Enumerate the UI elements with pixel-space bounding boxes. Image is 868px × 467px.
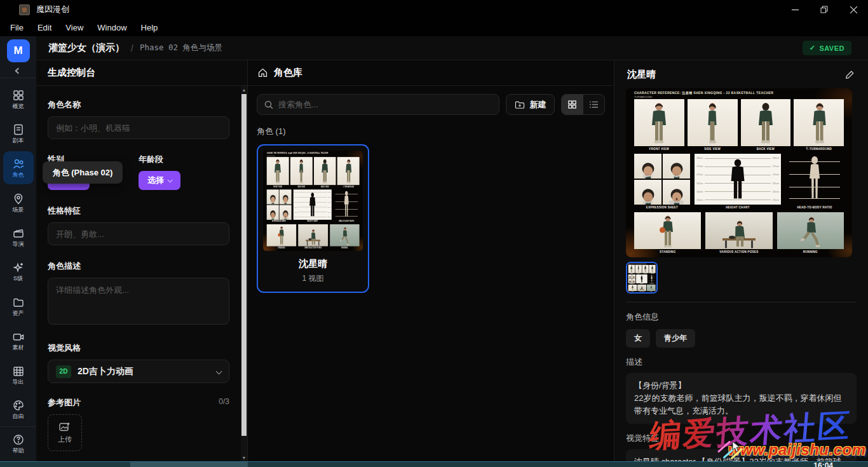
minimize-button[interactable] [780,0,810,19]
character-detail-panel: 沈星晴 CHARACTER REFERENCE: 沈星晴 SHEN XINGQI… [614,60,868,461]
character-name-input[interactable] [48,116,229,139]
phase-tooltip: 角色 (Phase 02) [43,161,123,184]
sidebar-item-help[interactable]: 帮助 [3,427,34,460]
generation-console-panel: 生成控制台 角色名称 性别 年龄段 选择 角色 (Phase 02) 性格特征 … [36,60,248,461]
breadcrumb-separator: / [131,43,133,53]
reference-label: 参考图片 0/3 [48,397,229,409]
sidebar-item-director[interactable]: 导演 [3,220,34,254]
sidebar-collapse-button[interactable] [16,67,20,76]
sheet-standing-pose: STANDING [634,212,701,254]
dashboard-icon [12,89,25,102]
sheet-side-view: SIDE VIEW [290,157,313,187]
sheet-subheader: TURNAROUND [634,95,652,98]
taskbar-app-segment[interactable] [130,462,248,467]
edit-button[interactable] [844,69,855,80]
scrollbar-thumb[interactable] [241,94,247,436]
description-label: 角色描述 [48,261,229,272]
sidebar-item-s-grade[interactable]: S级 [3,255,34,288]
height-silhouette [726,158,750,202]
sheet-header: CHARACTER REFERENCE: 沈星晴 SHEN XINGQING -… [267,152,329,154]
sheet-height-chart: 180cm180cm 175cm175cm 170cm170cm 165cm16… [294,189,332,222]
view-toggle [561,94,605,115]
standing-figure [631,285,634,291]
grid-view-icon [567,100,577,109]
style-2d-badge: 2D [56,365,71,378]
scroll-up-arrow-icon[interactable]: ▲ [241,86,247,93]
style-select[interactable]: 2D 2D吉卜力动画 [48,360,229,383]
menu-bar: File Edit View Window Help [0,19,868,36]
body-ratio-figure [342,191,351,219]
breadcrumb-phase[interactable]: Phase 02 角色与场景 [140,43,222,53]
menu-view[interactable]: View [58,23,90,32]
sidebar-item-scene[interactable]: 场景 [3,186,34,219]
sheet-action-pose: VARIOUS ACTION POSES [705,212,772,254]
chevron-down-icon [167,177,172,182]
menu-window[interactable]: Window [90,23,133,32]
palette-icon [12,399,25,412]
visual-label: 视觉特征 [626,433,857,444]
sidebar-item-assets[interactable]: 资产 [3,289,34,322]
sheet-header: CHARACTER REFERENCE: 沈星晴 SHEN XINGQING -… [628,264,646,264]
turnaround-figure [806,102,832,146]
side-view-figure [637,266,640,273]
sidebar-item-character[interactable]: 角色 [3,151,34,184]
upload-dropzone[interactable]: 上传 [48,414,82,451]
restore-button[interactable] [810,0,839,19]
reference-sheet-image[interactable]: CHARACTER REFERENCE: 沈星晴 SHEN XINGQING -… [626,88,852,257]
menu-help[interactable]: Help [134,23,165,32]
front-view-figure [272,158,283,185]
app-logo[interactable]: M [7,39,30,62]
scroll-down-arrow-icon[interactable]: ▼ [241,454,247,461]
close-button[interactable] [839,0,868,19]
search-input[interactable] [278,100,492,109]
sheet-body-ratio: HEAD-TO-BODY RATIO [648,274,656,284]
chevron-left-icon [15,68,22,74]
title-bar: 魔因漫创 [0,0,868,19]
folder-plus-icon [515,100,525,109]
film-icon [12,365,25,377]
sidebar-item-overview[interactable]: 概览 [3,82,34,115]
sidebar-item-material[interactable]: 素材 [3,324,34,357]
taskbar[interactable]: 16:04 [0,462,868,467]
description-textarea[interactable] [48,278,229,325]
age-select-button[interactable]: 选择 [139,171,180,190]
new-character-button[interactable]: 新建 [506,94,555,115]
sheet-thumbnail-selected[interactable]: CHARACTER REFERENCE: 沈星晴 SHEN XINGQING -… [626,262,658,294]
running-figure [796,216,824,249]
gender-badge: 女 [626,329,650,348]
menu-edit[interactable]: Edit [31,23,58,32]
sheet-front-view: FRONT VIEW [628,265,635,274]
sheet-front-view: FRONT VIEW [634,99,684,151]
sheet-action-pose: VARIOUS ACTION POSES [298,224,328,249]
list-view-icon [589,100,599,109]
sheet-standing-pose: STANDING [628,285,637,292]
side-view-figure [295,158,307,185]
grid-view-button[interactable] [562,95,583,114]
detail-title: 沈星晴 [627,69,656,81]
sheet-back-view: BACK VIEW [314,157,336,187]
search-box[interactable] [257,94,499,115]
front-view-figure [646,102,672,146]
sparkle-icon [12,261,25,274]
sheet-running-pose: RUNNING [647,285,656,292]
sidebar-item-script[interactable]: 剧本 [3,117,34,150]
top-header: 灌篮少女（演示） / Phase 02 角色与场景 ✓ SAVED [36,36,868,60]
help-icon [12,433,25,446]
console-scrollbar[interactable]: ▲ ▼ [241,86,247,461]
breadcrumb-project[interactable]: 灌篮少女（演示） [48,42,125,54]
sitting-figure [304,227,322,247]
list-view-button[interactable] [583,95,605,114]
traits-input[interactable] [48,222,229,245]
body-ratio-figure [805,156,824,203]
turnaround-figure [342,158,354,185]
sidebar-item-free[interactable]: 自由 [3,393,34,426]
library-title: 角色库 [274,67,302,79]
sitting-figure [719,217,759,249]
sheet-turnaround-view: ¾ TURNAROUND [794,99,844,151]
character-card-thumbnail[interactable]: CHARACTER REFERENCE: 沈星晴 SHEN XINGQING -… [263,151,363,251]
menu-file[interactable]: File [3,23,31,32]
reference-count: 0/3 [219,397,229,409]
name-label: 角色名称 [48,99,229,111]
character-card[interactable]: CHARACTER REFERENCE: 沈星晴 SHEN XINGQING -… [257,144,369,293]
sidebar-item-export[interactable]: 导出 [3,358,34,391]
